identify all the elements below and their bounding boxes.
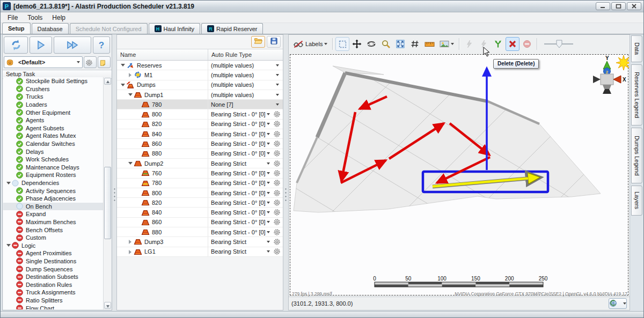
sidebar-item-single-destinations[interactable]: Single Destinations	[3, 257, 103, 265]
expander-icon[interactable]	[128, 161, 133, 166]
sidebar-item-calendar-switches[interactable]: Calendar Switches	[3, 140, 103, 148]
table-row[interactable]: Dump2Bearing Strict	[117, 159, 283, 168]
table-row[interactable]: Dumps(multiple values)	[117, 80, 283, 90]
zoom-button[interactable]	[379, 37, 393, 51]
fast-run-button[interactable]	[54, 36, 91, 54]
sidebar-item-dependencies[interactable]: Dependencies	[3, 179, 103, 187]
apply-back-button[interactable]	[477, 37, 491, 51]
fit-extents-button[interactable]	[393, 37, 407, 51]
labels-button[interactable]: Labels	[291, 37, 330, 51]
dropdown-caret-icon[interactable]	[267, 202, 270, 204]
rule-settings-gear-icon[interactable]	[272, 209, 282, 216]
tree-scrollbar[interactable]	[103, 77, 111, 309]
open-button[interactable]	[251, 36, 265, 48]
tab-setup[interactable]: Setup	[2, 23, 31, 34]
table-row[interactable]: 800Bearing Strict - 0° [0]	[117, 109, 283, 119]
menu-help[interactable]: Help	[47, 13, 70, 23]
refresh-button[interactable]	[4, 36, 28, 54]
grid-button[interactable]	[408, 37, 422, 51]
remove-button[interactable]	[520, 37, 534, 51]
viewport-3d[interactable]: Y 2 X 050100150200250 279 fps | 3.299 ms…	[290, 54, 628, 295]
split-arrow-button[interactable]	[491, 37, 505, 51]
tab-haul-infinity[interactable]: HHaul Infinity	[149, 23, 200, 34]
dropdown-caret-icon[interactable]	[267, 172, 270, 174]
rule-settings-gear-icon[interactable]	[272, 140, 282, 147]
table-row[interactable]: Reserves(multiple values)	[117, 61, 283, 70]
rule-settings-gear-icon[interactable]	[272, 110, 282, 118]
table-row[interactable]: 820Bearing Strict - 0° [0]	[117, 120, 283, 129]
sidebar-item-bench-offsets[interactable]: Bench Offsets	[3, 226, 103, 234]
save-button[interactable]	[267, 36, 281, 48]
rule-settings-gear-icon[interactable]	[272, 199, 282, 206]
table-row[interactable]: Dump3Bearing Strict	[117, 237, 283, 247]
table-row[interactable]: Dump1(multiple values)	[117, 90, 283, 100]
rule-settings-gear-icon[interactable]	[272, 120, 282, 128]
table-row[interactable]: LG1Bearing Strict	[117, 247, 283, 257]
view-mode-button[interactable]	[609, 298, 627, 309]
rule-settings-gear-icon[interactable]	[272, 130, 282, 138]
table-row[interactable]: 760Bearing Strict - 0° [0]	[117, 168, 283, 178]
sidebar-item-destination-subsets[interactable]: Destination Subsets	[3, 273, 103, 281]
sidebar-item-work-schedules[interactable]: Work Schedules	[3, 156, 103, 164]
sidebar-item-loaders[interactable]: Loaders	[3, 101, 103, 109]
dropdown-caret-icon[interactable]	[267, 123, 270, 125]
notes-button[interactable]	[98, 56, 111, 68]
rule-settings-gear-icon[interactable]	[272, 189, 282, 197]
close-button[interactable]	[627, 2, 641, 10]
right-splitter[interactable]	[283, 34, 288, 310]
expander-icon[interactable]	[128, 249, 133, 254]
opacity-slider[interactable]	[540, 37, 577, 51]
menu-tools[interactable]: Tools	[23, 13, 47, 23]
rule-settings-gear-icon[interactable]	[272, 248, 282, 255]
table-row[interactable]: 780Bearing Strict - 0° [0]	[117, 179, 283, 188]
rule-settings-gear-icon[interactable]	[272, 238, 282, 246]
sidebar-item-logic[interactable]: Logic	[3, 241, 103, 249]
left-splitter[interactable]	[112, 34, 116, 310]
sidebar-item-crushers[interactable]: Crushers	[3, 85, 103, 93]
tab-rapid-reserver[interactable]: RRapid Reserver	[201, 23, 263, 34]
dropdown-caret-icon[interactable]	[276, 94, 279, 96]
table-row[interactable]: M1(multiple values)	[117, 70, 283, 80]
orbit-button[interactable]	[364, 37, 378, 51]
table-row[interactable]: 780None [7]	[117, 100, 283, 109]
scene-canvas[interactable]: Y 2 X 050100150200250 279 fps | 3.299 ms…	[290, 55, 629, 297]
dropdown-caret-icon[interactable]	[267, 221, 270, 223]
sidebar-item-ratio-splitters[interactable]: Ratio Splitters	[3, 297, 103, 305]
table-row[interactable]: 840Bearing Strict - 0° [0]	[117, 129, 283, 139]
dropdown-caret-icon[interactable]	[276, 74, 279, 76]
scrollbar-thumb[interactable]	[104, 167, 111, 239]
column-header-name[interactable]: Name	[117, 49, 208, 60]
column-header-auto-rule-type[interactable]: Auto Rule Type	[208, 49, 283, 60]
tab-schedule-not-configured[interactable]: Schedule Not Configured	[70, 23, 148, 34]
title-bar[interactable]: P [demo6_21.3.819*] - Alastri Production…	[1, 1, 643, 12]
sidebar-item-stockpile-build-settings[interactable]: Stockpile Build Settings	[3, 77, 103, 85]
sidebar-item-phase-adjacencies[interactable]: Phase Adjacencies	[3, 195, 103, 203]
table-row[interactable]: 860Bearing Strict - 0° [0]	[117, 139, 283, 149]
view-gizmo[interactable]: Y 2 X	[593, 55, 629, 94]
sidebar-item-destination-rules[interactable]: Destination Rules	[3, 280, 103, 289]
run-button[interactable]	[30, 36, 52, 54]
side-tab-dumps-legend[interactable]: Dumps Legend	[631, 128, 642, 183]
ruler-button[interactable]	[422, 37, 437, 51]
dropdown-caret-icon[interactable]	[267, 133, 270, 135]
apply-forward-button[interactable]	[462, 37, 476, 51]
screenshot-button[interactable]	[437, 37, 456, 51]
dropdown-caret-icon[interactable]	[267, 192, 270, 194]
dropdown-caret-icon[interactable]	[267, 152, 270, 154]
dropdown-caret-icon[interactable]	[267, 231, 270, 233]
help-button[interactable]: ?	[93, 36, 110, 54]
table-row[interactable]: 860Bearing Strict - 0° [0]	[117, 218, 283, 227]
dropdown-caret-icon[interactable]	[267, 162, 270, 165]
dropdown-caret-icon[interactable]	[276, 64, 279, 66]
sidebar-item-trucks[interactable]: Trucks	[3, 93, 103, 101]
side-tab-reserves-legend[interactable]: Reserves Legend	[631, 64, 642, 125]
rule-settings-gear-icon[interactable]	[272, 160, 282, 167]
table-row[interactable]: 800Bearing Strict - 0° [0]	[117, 188, 283, 198]
dropdown-caret-icon[interactable]	[267, 143, 270, 145]
sidebar-item-truck-assignments[interactable]: Truck Assignments	[3, 289, 103, 297]
side-tab-data[interactable]: Data	[631, 35, 642, 62]
tab-database[interactable]: Database	[32, 23, 69, 34]
delete-button[interactable]	[506, 37, 519, 51]
sidebar-item-agent-proximities[interactable]: Agent Proximities	[3, 249, 103, 257]
sidebar-item-maintenance-delays[interactable]: Maintenance Delays	[3, 164, 103, 172]
